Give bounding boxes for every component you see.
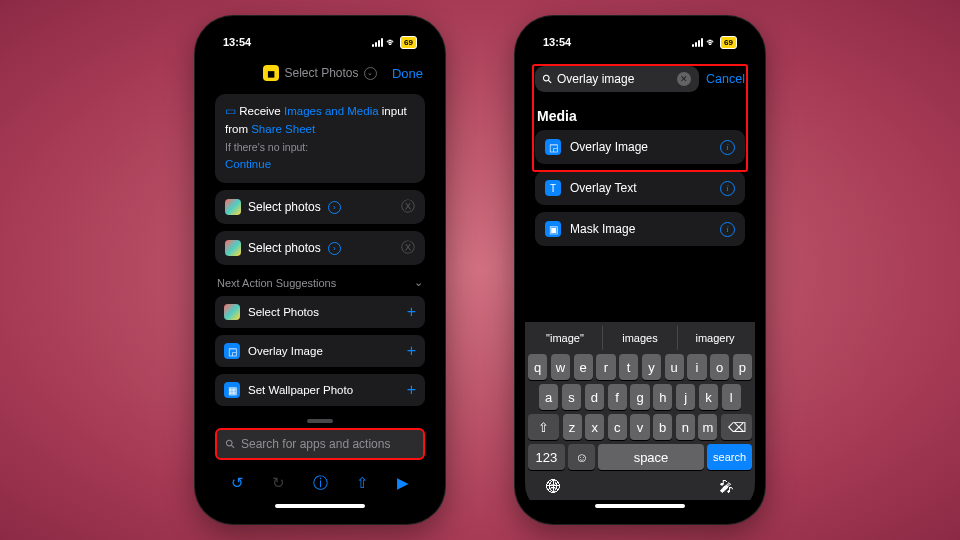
- nav-bar: ◼ Select Photos ⌄ Done: [205, 58, 435, 88]
- key-u[interactable]: u: [665, 354, 684, 380]
- search-icon: ⚲: [222, 436, 238, 452]
- emoji-key[interactable]: ☺: [568, 444, 594, 470]
- key-g[interactable]: g: [630, 384, 649, 410]
- battery-icon: 69: [400, 36, 417, 49]
- info-icon[interactable]: i: [720, 222, 735, 237]
- search-key[interactable]: search: [707, 444, 752, 470]
- result-mask-image[interactable]: ▣ Mask Image i: [535, 212, 745, 246]
- receive-source[interactable]: Share Sheet: [251, 123, 315, 135]
- suggestions-header: Next Action Suggestions: [217, 277, 336, 289]
- suggestion-overlay-image[interactable]: ◲ Overlay Image +: [215, 335, 425, 367]
- notch: [593, 16, 688, 38]
- key-v[interactable]: v: [630, 414, 649, 440]
- clear-icon[interactable]: ⓧ: [401, 198, 415, 216]
- status-time: 13:54: [543, 36, 571, 48]
- key-t[interactable]: t: [619, 354, 638, 380]
- redo-button: ↻: [272, 474, 285, 492]
- suggestion-select-photos[interactable]: Select Photos +: [215, 296, 425, 328]
- undo-button[interactable]: ↺: [231, 474, 244, 492]
- key-f[interactable]: f: [608, 384, 627, 410]
- wifi-icon: ᯤ: [706, 36, 717, 48]
- key-l[interactable]: l: [722, 384, 741, 410]
- search-input[interactable]: ⚲ Search for apps and actions: [215, 428, 425, 460]
- add-icon[interactable]: +: [407, 303, 416, 321]
- mic-key[interactable]: 🎤︎: [719, 478, 734, 495]
- key-n[interactable]: n: [676, 414, 695, 440]
- key-k[interactable]: k: [699, 384, 718, 410]
- phone-right: 13:54 ᯤ 69 ⚲ Overlay image ✕ Cancel Medi…: [515, 16, 765, 524]
- receive-types[interactable]: Images and Media: [284, 105, 379, 117]
- action-select-photos-2[interactable]: Select photos › ⓧ: [215, 231, 425, 265]
- chevron-right-icon[interactable]: ›: [328, 201, 341, 214]
- info-button[interactable]: ⓘ: [313, 474, 328, 493]
- nav-title: Select Photos: [284, 66, 358, 80]
- chevron-right-icon[interactable]: ›: [328, 242, 341, 255]
- key-r[interactable]: r: [596, 354, 615, 380]
- signal-icon: [372, 38, 383, 47]
- info-icon[interactable]: i: [720, 140, 735, 155]
- backspace-key[interactable]: ⌫: [721, 414, 752, 440]
- chevron-down-icon[interactable]: ⌄: [364, 67, 377, 80]
- toolbar: ↺ ↻ ⓘ ⇧ ▶: [205, 466, 435, 500]
- phone-left: 13:54 ᯤ 69 ◼ Select Photos ⌄ Done ▭ Rece…: [195, 16, 445, 524]
- mask-image-icon: ▣: [545, 221, 561, 237]
- key-b[interactable]: b: [653, 414, 672, 440]
- photos-icon: [224, 304, 240, 320]
- status-time: 13:54: [223, 36, 251, 48]
- add-icon[interactable]: +: [407, 342, 416, 360]
- chevron-down-icon[interactable]: ⌄: [414, 276, 423, 289]
- home-indicator[interactable]: [595, 504, 685, 508]
- receive-card[interactable]: ▭ Receive Images and Media input from Sh…: [215, 94, 425, 183]
- photos-icon: [225, 199, 241, 215]
- key-q[interactable]: q: [528, 354, 547, 380]
- wifi-icon: ᯤ: [386, 36, 397, 48]
- key-e[interactable]: e: [574, 354, 593, 380]
- key-c[interactable]: c: [608, 414, 627, 440]
- play-button[interactable]: ▶: [397, 474, 409, 492]
- globe-key[interactable]: 🌐︎: [546, 478, 561, 495]
- wallpaper-icon: ▦: [224, 382, 240, 398]
- shortcut-icon: ◼: [263, 65, 279, 81]
- cancel-button[interactable]: Cancel: [706, 72, 745, 86]
- overlay-icon: ◲: [224, 343, 240, 359]
- key-s[interactable]: s: [562, 384, 581, 410]
- key-x[interactable]: x: [585, 414, 604, 440]
- category-header: Media: [535, 100, 745, 130]
- clear-icon[interactable]: ✕: [677, 72, 691, 86]
- done-button[interactable]: Done: [392, 66, 423, 81]
- clear-icon[interactable]: ⓧ: [401, 239, 415, 257]
- key-d[interactable]: d: [585, 384, 604, 410]
- key-m[interactable]: m: [698, 414, 717, 440]
- action-select-photos-1[interactable]: Select photos › ⓧ: [215, 190, 425, 224]
- grabber-icon[interactable]: [307, 419, 333, 423]
- home-indicator[interactable]: [275, 504, 365, 508]
- key-i[interactable]: i: [687, 354, 706, 380]
- key-a[interactable]: a: [539, 384, 558, 410]
- key-w[interactable]: w: [551, 354, 570, 380]
- result-overlay-image[interactable]: ◲ Overlay Image i: [535, 130, 745, 164]
- key-y[interactable]: y: [642, 354, 661, 380]
- info-icon[interactable]: i: [720, 181, 735, 196]
- share-button[interactable]: ⇧: [356, 474, 369, 492]
- overlay-image-icon: ◲: [545, 139, 561, 155]
- shift-key[interactable]: ⇧: [528, 414, 559, 440]
- space-key[interactable]: space: [598, 444, 703, 470]
- key-p[interactable]: p: [733, 354, 752, 380]
- keyboard[interactable]: "image" images imagery qwertyuiop asdfgh…: [525, 322, 755, 500]
- battery-icon: 69: [720, 36, 737, 49]
- key-z[interactable]: z: [563, 414, 582, 440]
- numbers-key[interactable]: 123: [528, 444, 565, 470]
- signal-icon: [692, 38, 703, 47]
- suggestion-set-wallpaper[interactable]: ▦ Set Wallpaper Photo +: [215, 374, 425, 406]
- search-input[interactable]: ⚲ Overlay image ✕: [535, 66, 699, 92]
- photos-icon: [225, 240, 241, 256]
- no-input-action[interactable]: Continue: [225, 158, 271, 170]
- overlay-text-icon: T: [545, 180, 561, 196]
- keyboard-suggestions[interactable]: "image" images imagery: [528, 326, 752, 350]
- notch: [273, 16, 368, 38]
- key-j[interactable]: j: [676, 384, 695, 410]
- add-icon[interactable]: +: [407, 381, 416, 399]
- key-h[interactable]: h: [653, 384, 672, 410]
- key-o[interactable]: o: [710, 354, 729, 380]
- result-overlay-text[interactable]: T Overlay Text i: [535, 171, 745, 205]
